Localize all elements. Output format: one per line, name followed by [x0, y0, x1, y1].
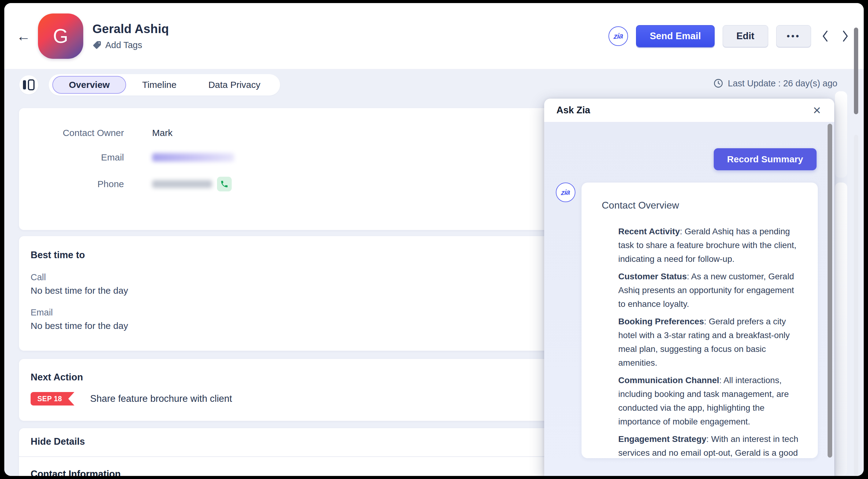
zia-summary-card: Contact Overview Recent Activity: Gerald… [582, 183, 818, 458]
zia-icon: zia [561, 188, 570, 197]
item-label: Engagement Strategy [618, 434, 706, 444]
send-email-button[interactable]: Send Email [636, 25, 715, 47]
tab-data-privacy[interactable]: Data Privacy [192, 74, 276, 95]
field-label: Contact Owner [19, 128, 124, 138]
contact-overview-title: Contact Overview [602, 200, 803, 211]
clock-icon [713, 78, 723, 89]
email-value-redacted[interactable] [152, 153, 234, 162]
more-actions-button[interactable]: ••• [776, 25, 811, 47]
identity-block: Gerald Ashiq Add Tags [92, 22, 169, 50]
avatar-initial: G [53, 25, 68, 48]
item-label: Recent Activity [618, 227, 680, 236]
ask-zia-body: Record Summary zia Contact Overview Rece… [544, 122, 834, 476]
tab-timeline[interactable]: Timeline [126, 74, 192, 95]
ask-zia-header: Ask Zia × [544, 99, 834, 122]
last-update: Last Update : 26 day(s) ago [713, 78, 837, 89]
list-item: Recent Activity: Gerald Ashiq has a pend… [618, 224, 803, 266]
zia-panel-scrollbar[interactable] [828, 124, 832, 457]
tag-icon [92, 40, 102, 50]
ellipsis-icon: ••• [787, 31, 800, 41]
page-scrollbar-track[interactable] [854, 135, 858, 476]
record-tabs: Overview Timeline Data Privacy [49, 74, 280, 95]
arrow-left-icon: ← [17, 28, 31, 44]
add-tags-label: Add Tags [105, 40, 142, 50]
ask-zia-panel: Ask Zia × Record Summary zia Contact Ove… [544, 99, 834, 476]
field-label: Email [19, 152, 124, 162]
field-label: Phone [19, 179, 124, 189]
back-button[interactable]: ← [13, 26, 34, 46]
zia-icon: zia [613, 31, 623, 41]
item-label: Customer Status [618, 272, 687, 281]
item-label: Booking Preferences [618, 317, 704, 326]
app-window: ← G Gerald Ashiq Add Tags zia Send Email… [4, 3, 864, 476]
contact-header: ← G Gerald Ashiq Add Tags zia Send Email… [4, 3, 864, 69]
call-button[interactable] [217, 177, 232, 191]
close-panel-button[interactable]: × [812, 103, 822, 117]
zia-summary-list: Recent Activity: Gerald Ashiq has a pend… [602, 224, 803, 460]
background-card-edge [835, 91, 847, 178]
contact-owner-value: Mark [152, 128, 173, 138]
page-title: Gerald Ashiq [92, 22, 169, 36]
due-date-badge: SEP 18 [31, 392, 74, 406]
screenshot-root: { "icons": { "back": "←", "more": "•••",… [0, 0, 868, 479]
list-item: Communication Channel: All interactions,… [618, 373, 803, 428]
next-action-task: Share feature brochure with client [90, 393, 232, 404]
zia-assistant-button[interactable]: zia [609, 26, 628, 46]
next-record-button[interactable] [839, 28, 851, 45]
item-label: Communication Channel [618, 376, 719, 385]
phone-icon [220, 180, 229, 188]
last-update-text: Last Update : 26 day(s) ago [728, 79, 837, 89]
tab-overview[interactable]: Overview [52, 76, 126, 94]
panel-toggle-icon [23, 80, 26, 89]
ask-zia-title: Ask Zia [556, 105, 590, 116]
list-item: Engagement Strategy: With an interest in… [618, 432, 803, 460]
list-item: Customer Status: As a new customer, Gera… [618, 270, 803, 311]
add-tags-button[interactable]: Add Tags [92, 40, 169, 50]
record-summary-chip[interactable]: Record Summary [714, 148, 816, 170]
list-item: Booking Preferences: Gerald prefers a ci… [618, 315, 803, 370]
avatar[interactable]: G [38, 13, 83, 59]
background-card-edge [835, 183, 847, 476]
previous-record-button[interactable] [819, 28, 831, 45]
chevron-left-icon [821, 29, 830, 43]
edit-button[interactable]: Edit [723, 25, 768, 47]
close-icon: × [813, 102, 821, 118]
collapse-panel-button[interactable] [19, 76, 38, 94]
phone-value-redacted[interactable] [152, 180, 212, 188]
zia-avatar: zia [556, 183, 576, 202]
chevron-right-icon [841, 29, 850, 43]
page-scrollbar-thumb[interactable] [854, 28, 858, 114]
header-actions: zia Send Email Edit ••• [609, 25, 851, 47]
